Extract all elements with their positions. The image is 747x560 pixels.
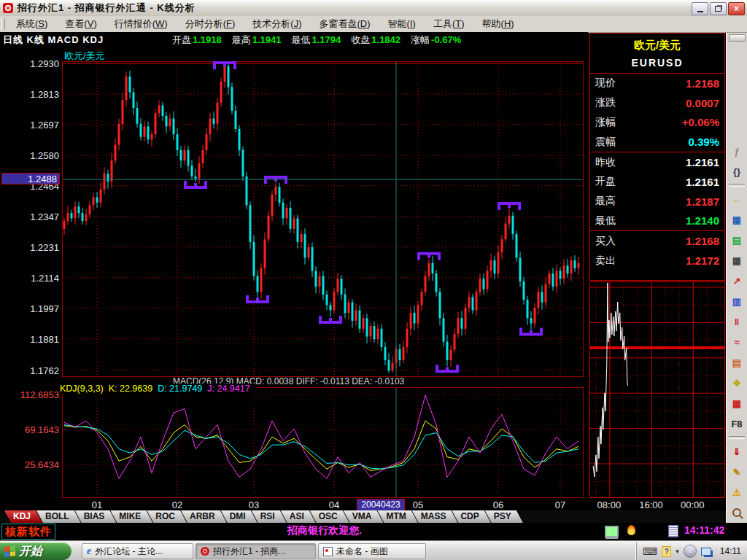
tab-psy[interactable]: PSY <box>485 510 523 523</box>
pencil-icon[interactable]: ✎ <box>729 464 745 479</box>
language-circle-icon[interactable]: ‹ <box>684 545 697 558</box>
magnifier-glass <box>732 508 741 517</box>
magnifier-icon[interactable] <box>729 505 745 520</box>
tab-kdj[interactable]: KDJ <box>4 510 42 523</box>
kdj-chart[interactable] <box>62 387 584 498</box>
quote-value-5: 1.2161 <box>686 176 719 188</box>
menu-s[interactable]: 系统(S) <box>7 16 56 32</box>
quote-value-3: 0.39% <box>688 136 719 148</box>
quote-title: 欧元/美元 <box>590 39 724 52</box>
restore-button[interactable] <box>710 2 727 15</box>
taskbar-task-0[interactable]: e外汇论坛 - 主论... <box>82 543 193 559</box>
quote-symbol: EURUSD <box>590 57 724 74</box>
tab-bias[interactable]: BIAS <box>75 510 117 523</box>
trend-chart-icon[interactable]: ≈ <box>729 335 745 349</box>
tab-roc[interactable]: ROC <box>147 510 187 523</box>
taskbar-task-1[interactable]: 招行外汇1 - 招商... <box>196 543 316 559</box>
menu-v[interactable]: 查看(V) <box>56 16 105 32</box>
tab-arbr[interactable]: ARBR <box>181 510 227 523</box>
x-axis-label-06: 06 <box>482 499 514 510</box>
kdj-axis-label-2: 25.6434 <box>1 459 59 470</box>
candlestick-chart[interactable] <box>62 61 584 377</box>
chart-area: 欧元/美元 1.29301.28131.26971.25801.24641.23… <box>0 47 589 523</box>
menu-d[interactable]: 多窗看盘(D) <box>311 16 379 32</box>
paint-icon <box>323 547 333 556</box>
y-axis-label-2: 1.2697 <box>1 120 59 131</box>
app-logo-icon <box>3 3 13 13</box>
info-label-1: 最高 <box>232 34 251 47</box>
table-globe-icon[interactable]: ▦ <box>729 212 745 227</box>
quote-panel: 欧元/美元 EURUSD 现价1.2168涨跌0.0007涨幅+0.06%震幅0… <box>589 33 725 281</box>
menu-w[interactable]: 行情报价(W) <box>106 16 177 32</box>
keyboard-icon[interactable]: ⌨ <box>643 545 657 557</box>
back-arrow-icon[interactable]: ← <box>729 192 745 206</box>
tab-boll[interactable]: BOLL <box>36 510 81 523</box>
tab-rsi[interactable]: RSI <box>252 510 287 523</box>
info-value-3: 1.1842 <box>371 34 400 45</box>
tab-osc[interactable]: OSC <box>310 510 349 523</box>
y-axis-label-0: 1.2930 <box>1 58 59 69</box>
connection-monitor-icon[interactable] <box>605 526 619 537</box>
minimize-button[interactable] <box>692 2 708 15</box>
menu-f[interactable]: 分时分析(F) <box>177 16 244 32</box>
crosshair-price-label: 1.2488 <box>1 173 60 184</box>
braces-icon[interactable]: {} <box>729 164 745 179</box>
quote-value-0: 1.2168 <box>686 77 719 90</box>
quote-row-4: 昨收1.2161 <box>590 152 724 172</box>
info-value-1: 1.1941 <box>252 34 282 45</box>
menu-t[interactable]: 工具(T) <box>425 16 473 32</box>
info-label-3: 收盘 <box>351 34 370 47</box>
diamonds-icon[interactable]: ❖ <box>729 376 745 390</box>
system-tray: ⌨ ? ▾ ‹ 14:11 <box>636 542 747 560</box>
swirl-icon[interactable]: ƒ <box>729 144 745 158</box>
status-clock: 14:11:42 <box>684 524 728 536</box>
grid-icon[interactable]: ▦ <box>729 253 745 268</box>
y-axis-label-10: 1.1762 <box>1 365 59 376</box>
mini-x-label-0000: 00:00 <box>676 499 708 510</box>
menu-j[interactable]: 技术分析(J) <box>244 16 310 32</box>
warning-icon[interactable]: ⚠ <box>729 485 745 499</box>
quote-value-4: 1.2161 <box>686 156 719 168</box>
x-axis-label-01: 01 <box>81 499 113 510</box>
list-icon[interactable]: ▤ <box>729 233 745 247</box>
calc-chart-icon[interactable]: ▥ <box>729 294 745 308</box>
y-axis-label-5: 1.2347 <box>1 211 59 222</box>
close-button[interactable]: × <box>728 2 745 15</box>
candle-chart-icon[interactable]: ‖ <box>729 314 745 329</box>
info-bar: 日线 K线 MACD KDJ 开盘1.1918最高1.1941最低1.1794收… <box>0 32 588 48</box>
info-value-2: 1.1794 <box>312 34 341 45</box>
quote-label-3: 震幅 <box>595 136 616 149</box>
menu-i[interactable]: 智能(I) <box>379 16 425 32</box>
alert-flame-icon[interactable] <box>627 525 635 535</box>
network-icon[interactable] <box>701 548 711 556</box>
info-value-4: -0.67% <box>431 34 461 45</box>
menu-grip[interactable] <box>1 18 5 30</box>
start-button[interactable]: 开始 <box>0 542 71 560</box>
color-list-icon[interactable]: ▤ <box>729 355 745 370</box>
menu-h[interactable]: 帮助(H) <box>473 16 523 32</box>
line-chart-icon[interactable]: ↗ <box>729 273 745 288</box>
tab-cdp[interactable]: CDP <box>452 510 490 523</box>
tab-mike[interactable]: MIKE <box>110 510 152 523</box>
tab-mass[interactable]: MASS <box>412 510 458 523</box>
quote-row-3: 震幅0.39% <box>590 132 724 152</box>
f8-icon[interactable]: F8 <box>729 416 745 431</box>
printer-icon[interactable]: ⇓ <box>729 444 745 459</box>
quote-row-5: 开盘1.2161 <box>590 172 724 192</box>
tab-dmi[interactable]: DMI <box>221 510 258 523</box>
dual-chart-icon[interactable]: ▦ <box>729 396 745 411</box>
title-bar: 招行外汇1 - 招商银行外汇通 - K线分析 × <box>0 0 747 17</box>
quote-row-1: 涨跌0.0007 <box>590 93 724 113</box>
help-icon[interactable]: ? <box>662 546 671 557</box>
mini-tick-chart[interactable] <box>589 281 725 498</box>
taskbar-task-2[interactable]: 未命名 - 画图 <box>318 543 426 559</box>
expand-arrow-icon[interactable]: ▾ <box>676 548 679 555</box>
tab-mtm[interactable]: MTM <box>377 510 417 523</box>
quote-row-2: 涨幅+0.06% <box>590 113 724 133</box>
news-document-icon[interactable] <box>668 525 678 537</box>
chart-mode-label: 日线 K线 MACD KDJ <box>3 34 172 47</box>
tab-asi[interactable]: ASI <box>281 510 316 523</box>
scrollbar-thumb[interactable] <box>729 34 746 42</box>
tab-vma[interactable]: VMA <box>344 510 384 523</box>
kdj-axis-label-0: 112.6853 <box>1 389 59 400</box>
